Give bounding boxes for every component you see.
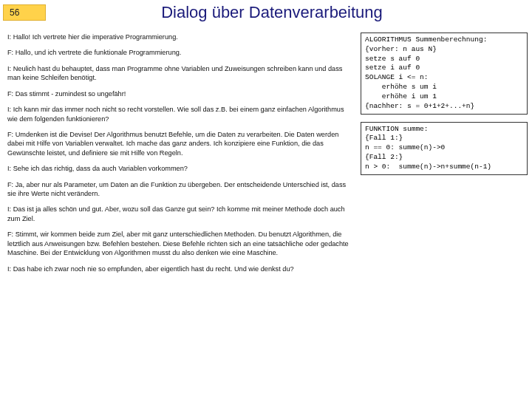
slide: 56 Dialog über Datenverarbeitung I: Hall… (0, 0, 532, 399)
slide-number: 56 (10, 7, 19, 18)
dialog-line: I: Hallo! Ich vertrete hier die imperati… (7, 33, 353, 41)
dialog-line: F: Hallo, und ich vertrete die funktiona… (7, 48, 353, 57)
dialog-line: I: Das ist ja alles schön und gut. Aber,… (7, 205, 353, 223)
slide-header: 56 Dialog über Datenverarbeitung (3, 3, 528, 22)
code-column: ALGORITHMUS Summenberechnung: {vorher: n… (361, 33, 528, 280)
dialog-line: F: Stimmt, wir kommen beide zum Ziel, ab… (7, 230, 353, 257)
dialog-line: I: Das habe ich zwar noch nie so empfund… (7, 265, 353, 273)
dialog-line: F: Umdenken ist die Devise! Der Algorith… (7, 130, 353, 157)
dialog-line: I: Ich kann mir das immer noch nicht so … (7, 105, 353, 123)
function-code-box: FUNKTION summe: {Fall 1:} n == 0: summe(… (361, 122, 528, 175)
slide-content: I: Hallo! Ich vertrete hier die imperati… (3, 33, 528, 280)
dialog-column: I: Hallo! Ich vertrete hier die imperati… (7, 33, 353, 280)
slide-number-box: 56 (3, 4, 46, 21)
algorithm-code-box: ALGORITHMUS Summenberechnung: {vorher: n… (361, 33, 528, 115)
dialog-line: I: Neulich hast du behauptet, dass man P… (7, 64, 353, 83)
dialog-line: F: Das stimmt - zumindest so ungefähr! (7, 89, 353, 98)
dialog-line: F: Ja, aber nur als Parameter, um Daten … (7, 180, 353, 199)
slide-title: Dialog über Datenverarbeitung (46, 3, 528, 22)
dialog-line: I: Sehe ich das richtig, dass da auch Va… (7, 164, 353, 173)
